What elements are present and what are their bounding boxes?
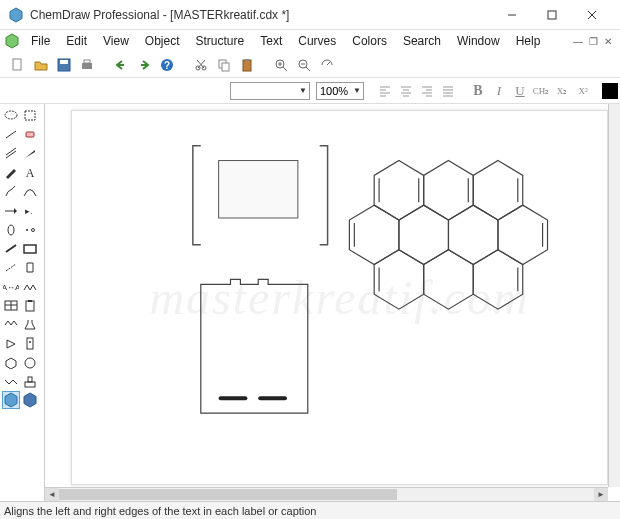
svg-line-15 <box>198 60 205 68</box>
orbital-tool[interactable] <box>2 220 20 238</box>
new-doc-button[interactable] <box>8 55 28 75</box>
svg-point-58 <box>32 228 35 231</box>
horizontal-scrollbar[interactable]: ◄ ► <box>45 487 608 501</box>
svg-point-70 <box>29 341 31 343</box>
acyclic-tool[interactable] <box>2 315 20 333</box>
redo-button[interactable] <box>134 55 154 75</box>
paste-button[interactable] <box>237 55 257 75</box>
menu-curves[interactable]: Curves <box>291 32 343 50</box>
template-hexagon-tool[interactable] <box>2 391 20 409</box>
italic-button[interactable]: I <box>490 82 508 100</box>
open-button[interactable] <box>31 55 51 75</box>
svg-rect-69 <box>27 338 33 349</box>
menu-window[interactable]: Window <box>450 32 507 50</box>
ring-tool[interactable] <box>21 353 39 371</box>
eraser-tool[interactable] <box>21 125 39 143</box>
menu-edit[interactable]: Edit <box>59 32 94 50</box>
align-right-button[interactable] <box>418 82 436 100</box>
table-tool[interactable] <box>2 296 20 314</box>
atom-label-tool[interactable]: A↔A <box>2 277 20 295</box>
subscript-button[interactable]: X₂ <box>553 82 571 100</box>
vertical-scrollbar[interactable] <box>608 104 620 487</box>
scroll-left-icon[interactable]: ◄ <box>45 488 59 501</box>
menu-file[interactable]: File <box>24 32 57 50</box>
multi-bond-tool[interactable] <box>2 144 20 162</box>
svg-marker-88 <box>424 250 474 309</box>
dashed-bond-tool[interactable] <box>2 258 20 276</box>
zig-tool[interactable] <box>2 372 20 390</box>
svg-rect-2 <box>548 11 556 19</box>
wedge-tool[interactable] <box>21 144 39 162</box>
cut-button[interactable] <box>191 55 211 75</box>
lasso-tool[interactable] <box>2 106 20 124</box>
mdi-restore-icon[interactable]: ❐ <box>589 36 598 47</box>
menu-object[interactable]: Object <box>138 32 187 50</box>
svg-text:?: ? <box>164 60 170 71</box>
svg-rect-10 <box>84 60 90 63</box>
marquee-tool[interactable] <box>21 106 39 124</box>
tlc-tool[interactable] <box>21 334 39 352</box>
svg-marker-80 <box>374 161 424 220</box>
flask-tool[interactable] <box>21 315 39 333</box>
undo-button[interactable] <box>111 55 131 75</box>
scroll-thumb[interactable] <box>59 489 397 500</box>
chain-tool[interactable] <box>21 277 39 295</box>
zoom-out-button[interactable] <box>294 55 314 75</box>
menu-help[interactable]: Help <box>509 32 548 50</box>
svg-marker-84 <box>399 205 449 264</box>
bond-tool[interactable] <box>2 125 20 143</box>
menu-colors[interactable]: Colors <box>345 32 394 50</box>
svg-marker-82 <box>473 161 523 220</box>
mdi-minimize-icon[interactable]: — <box>573 36 583 47</box>
formula-button[interactable]: CH₂ <box>532 82 550 100</box>
hexagon-tool[interactable] <box>2 353 20 371</box>
curve-tool[interactable] <box>21 182 39 200</box>
close-button[interactable] <box>572 1 612 29</box>
zoom-in-button[interactable] <box>271 55 291 75</box>
menu-view[interactable]: View <box>96 32 136 50</box>
main-toolbar: ? <box>0 52 620 78</box>
title-bar: ChemDraw Professional - [MASTERkreatif.c… <box>0 0 620 30</box>
drawing-canvas[interactable]: masterkreatif.com <box>71 110 608 485</box>
rect-tool[interactable] <box>21 239 39 257</box>
align-justify-button[interactable] <box>439 82 457 100</box>
menu-text[interactable]: Text <box>253 32 289 50</box>
help-button[interactable]: ? <box>157 55 177 75</box>
clipboard-tool[interactable] <box>21 296 39 314</box>
chemical-symbol-tool[interactable] <box>21 220 39 238</box>
text-tool[interactable]: A <box>21 163 39 181</box>
svg-line-61 <box>6 264 16 271</box>
svg-marker-75 <box>5 393 17 407</box>
menu-structure[interactable]: Structure <box>189 32 252 50</box>
zoom-fit-button[interactable] <box>317 55 337 75</box>
template-cube-tool[interactable] <box>21 391 39 409</box>
maximize-button[interactable] <box>532 1 572 29</box>
scroll-right-icon[interactable]: ► <box>594 488 608 501</box>
brush-tool[interactable] <box>2 182 20 200</box>
play-tool[interactable] <box>2 334 20 352</box>
bold-button[interactable]: B <box>469 82 487 100</box>
app-icon <box>8 7 24 23</box>
svg-text:A: A <box>26 166 35 179</box>
zoom-combo[interactable]: 100%▼ <box>316 82 364 100</box>
copy-button[interactable] <box>214 55 234 75</box>
superscript-button[interactable]: X² <box>574 82 592 100</box>
pen-tool[interactable] <box>2 163 20 181</box>
mdi-close-icon[interactable]: ✕ <box>604 36 612 47</box>
minimize-button[interactable] <box>492 1 532 29</box>
zoom-value: 100% <box>320 85 348 97</box>
dropdown-tool[interactable]: ▸. <box>21 201 39 219</box>
svg-line-59 <box>6 245 16 252</box>
menu-search[interactable]: Search <box>396 32 448 50</box>
align-center-button[interactable] <box>397 82 415 100</box>
text-color-button[interactable] <box>602 83 618 99</box>
bracket-tool[interactable] <box>21 258 39 276</box>
font-combo[interactable]: ▼ <box>230 82 310 100</box>
arrow-tool[interactable] <box>2 201 20 219</box>
print-button[interactable] <box>77 55 97 75</box>
align-left-button[interactable] <box>376 82 394 100</box>
underline-button[interactable]: U <box>511 82 529 100</box>
solid-bond-tool[interactable] <box>2 239 20 257</box>
save-button[interactable] <box>54 55 74 75</box>
stamp-tool[interactable] <box>21 372 39 390</box>
